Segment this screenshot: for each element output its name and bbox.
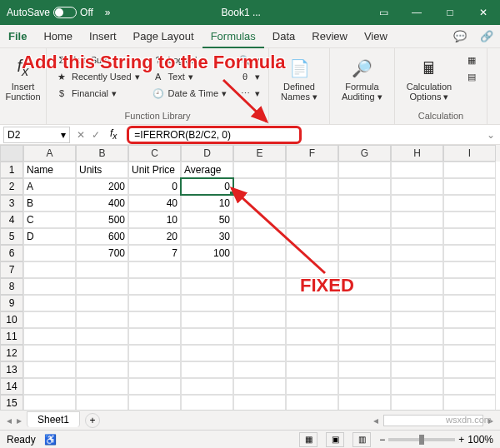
col-header[interactable]: A xyxy=(23,145,76,162)
cell[interactable] xyxy=(286,245,338,261)
cell[interactable] xyxy=(391,311,443,328)
cell[interactable] xyxy=(443,295,496,311)
cell[interactable] xyxy=(181,345,233,361)
cell[interactable] xyxy=(181,378,233,395)
formula-auditing-button[interactable]: 🔎 FormulaAuditing ▾ xyxy=(335,52,389,105)
cell[interactable] xyxy=(128,378,181,395)
cell[interactable] xyxy=(338,328,391,345)
cell[interactable] xyxy=(23,311,76,328)
cell[interactable]: 0 xyxy=(128,178,181,195)
more-functions-button[interactable]: ⋯▾ xyxy=(235,85,263,102)
cell[interactable] xyxy=(443,278,496,295)
cell[interactable] xyxy=(233,378,286,395)
col-header[interactable]: I xyxy=(443,145,496,162)
cell[interactable] xyxy=(338,278,391,295)
cell[interactable] xyxy=(443,195,496,212)
cell[interactable]: Units xyxy=(76,162,128,178)
cell[interactable]: B xyxy=(23,195,76,212)
cell[interactable] xyxy=(391,261,443,278)
cell[interactable] xyxy=(286,261,338,278)
cell[interactable] xyxy=(23,261,76,278)
cell[interactable] xyxy=(233,212,286,228)
cell[interactable] xyxy=(181,261,233,278)
cell[interactable] xyxy=(286,162,338,178)
normal-view-button[interactable]: ▦ xyxy=(299,432,318,447)
cell[interactable] xyxy=(128,361,181,378)
cell[interactable] xyxy=(233,195,286,212)
row-header[interactable]: 8 xyxy=(0,278,23,295)
cell[interactable]: 7 xyxy=(128,245,181,261)
col-header[interactable]: F xyxy=(286,145,338,162)
math-button[interactable]: θ▾ xyxy=(235,68,263,85)
cell[interactable] xyxy=(23,395,76,411)
cell[interactable]: Average xyxy=(181,162,233,178)
prev-sheet-icon[interactable]: ◂ xyxy=(7,415,12,426)
cell[interactable] xyxy=(286,178,338,195)
row-header[interactable]: 7 xyxy=(0,261,23,278)
cell[interactable] xyxy=(338,195,391,212)
zoom-out-button[interactable]: − xyxy=(379,434,385,446)
cell[interactable] xyxy=(391,395,443,411)
cell[interactable]: 200 xyxy=(76,178,128,195)
page-break-button[interactable]: ▥ xyxy=(352,432,371,447)
cell[interactable] xyxy=(181,328,233,345)
cell[interactable] xyxy=(443,212,496,228)
cell[interactable] xyxy=(338,395,391,411)
cell[interactable] xyxy=(233,311,286,328)
cell[interactable] xyxy=(443,361,496,378)
col-header[interactable]: D xyxy=(181,145,233,162)
cell[interactable] xyxy=(233,278,286,295)
cell[interactable] xyxy=(391,195,443,212)
cell[interactable] xyxy=(76,328,128,345)
cell[interactable] xyxy=(233,395,286,411)
cell[interactable] xyxy=(76,295,128,311)
tab-view[interactable]: View xyxy=(356,25,396,48)
logical-button[interactable]: ?Logical ▾ xyxy=(148,52,231,68)
cell[interactable] xyxy=(76,378,128,395)
cell[interactable] xyxy=(391,228,443,245)
zoom-in-button[interactable]: + xyxy=(458,434,464,446)
col-header[interactable]: B xyxy=(76,145,128,162)
cell[interactable] xyxy=(181,295,233,311)
cell[interactable] xyxy=(128,395,181,411)
insert-function-button[interactable]: fx InsertFunction xyxy=(5,52,41,105)
hscroll-right-icon[interactable]: ▸ xyxy=(488,415,493,426)
cell[interactable]: C xyxy=(23,212,76,228)
tab-file[interactable]: File xyxy=(0,25,35,48)
cell[interactable] xyxy=(181,395,233,411)
cell[interactable] xyxy=(338,162,391,178)
cell[interactable]: 100 xyxy=(181,245,233,261)
page-layout-button[interactable]: ▣ xyxy=(326,432,344,447)
cell[interactable] xyxy=(233,228,286,245)
cell[interactable] xyxy=(338,178,391,195)
calc-now-button[interactable]: ▦ xyxy=(462,52,482,68)
row-header[interactable]: 11 xyxy=(0,328,23,345)
hscroll-left-icon[interactable]: ◂ xyxy=(373,415,378,426)
cell[interactable] xyxy=(233,178,286,195)
cell[interactable] xyxy=(391,162,443,178)
cell[interactable] xyxy=(443,345,496,361)
cell[interactable] xyxy=(338,361,391,378)
cell[interactable]: 40 xyxy=(128,195,181,212)
row-header[interactable]: 9 xyxy=(0,295,23,311)
cell[interactable] xyxy=(128,345,181,361)
expand-formula-icon[interactable]: ⌄ xyxy=(482,129,500,141)
cell[interactable] xyxy=(233,162,286,178)
col-header[interactable]: C xyxy=(128,145,181,162)
lookup-button[interactable]: 🔍▾ xyxy=(235,52,263,68)
cell[interactable]: 20 xyxy=(128,228,181,245)
cell[interactable] xyxy=(391,361,443,378)
cell[interactable]: 10 xyxy=(128,212,181,228)
cell[interactable] xyxy=(23,361,76,378)
zoom-slider[interactable] xyxy=(388,438,455,441)
cell[interactable] xyxy=(286,345,338,361)
minimize-button[interactable]: — xyxy=(400,0,433,25)
row-header[interactable]: 2 xyxy=(0,178,23,195)
fx-button[interactable]: fx xyxy=(103,127,123,141)
text-button[interactable]: AText ▾ xyxy=(148,68,231,85)
cell[interactable] xyxy=(391,328,443,345)
cell[interactable] xyxy=(76,361,128,378)
cell[interactable] xyxy=(391,295,443,311)
cell[interactable] xyxy=(391,212,443,228)
cell[interactable]: 600 xyxy=(76,228,128,245)
